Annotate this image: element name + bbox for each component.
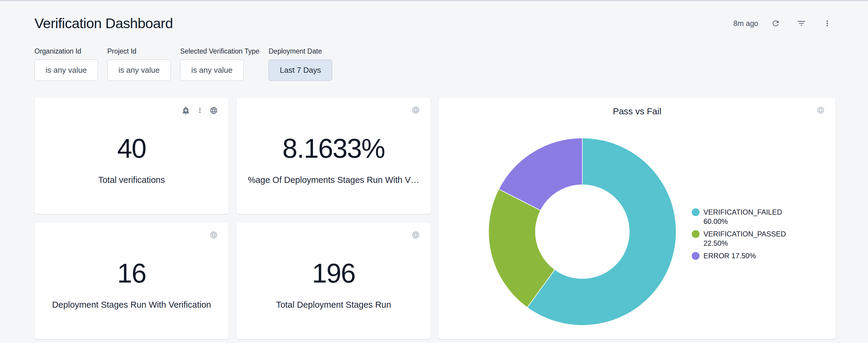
legend-swatch	[692, 230, 700, 238]
kpi-label: Total verifications	[98, 175, 165, 185]
filter-group-project-id: Project Id is any value	[107, 47, 171, 81]
filter-label: Project Id	[107, 47, 171, 55]
globe-icon	[210, 106, 218, 115]
kebab-icon	[196, 107, 204, 115]
kpi-label: %age Of Deployments Stages Run With V…	[248, 175, 419, 185]
add-alert-icon	[181, 106, 190, 116]
filter-value-organization-id[interactable]: is any value	[34, 60, 98, 81]
filter-group-organization-id: Organization Id is any value	[34, 47, 98, 81]
globe-icon	[411, 106, 420, 115]
tile-grid: 40 Total verifications 8.1633% %age Of D…	[34, 98, 836, 339]
globe-button[interactable]	[210, 106, 218, 115]
refresh-button[interactable]	[767, 15, 784, 32]
kebab-icon	[823, 19, 832, 28]
kpi-label: Total Deployment Stages Run	[276, 300, 391, 310]
tile-hover-actions	[816, 106, 825, 115]
last-refreshed-text: 8m ago	[734, 19, 758, 28]
filter-label: Deployment Date	[269, 47, 332, 55]
globe-icon	[210, 231, 218, 240]
kpi-card-stages-run-with-verification: 16 Deployment Stages Run With Verificati…	[34, 223, 229, 339]
kpi-card-total-verifications: 40 Total verifications	[34, 98, 229, 214]
filter-value-selected-verification-type[interactable]: is any value	[180, 60, 244, 81]
kpi-card-percent-stages-with-verification: 8.1633% %age Of Deployments Stages Run W…	[237, 98, 431, 214]
filter-group-deployment-date: Deployment Date Last 7 Days	[269, 47, 332, 81]
chart-title: Pass vs Fail	[438, 106, 836, 116]
legend-swatch	[692, 208, 700, 216]
filter-icon	[797, 19, 806, 28]
globe-button[interactable]	[411, 106, 420, 115]
tile-actions-button[interactable]	[196, 107, 204, 115]
top-border	[0, 0, 868, 1]
globe-button[interactable]	[210, 231, 218, 240]
tile-hover-actions	[411, 106, 420, 115]
chart-legend: VERIFICATION_FAILED 60.00% VERIFICATION_…	[692, 207, 779, 264]
kpi-value: 40	[117, 135, 146, 162]
globe-icon	[411, 231, 420, 240]
add-alert-button[interactable]	[181, 106, 190, 116]
page-title: Verification Dashboard	[34, 16, 173, 31]
refresh-icon	[771, 19, 780, 28]
filter-group-selected-verification-type: Selected Verification Type is any value	[180, 47, 259, 81]
filter-label: Selected Verification Type	[180, 47, 259, 55]
legend-item-error: ERROR 17.50%	[692, 251, 779, 261]
kpi-value: 16	[117, 260, 146, 287]
kpi-value: 8.1633%	[282, 135, 384, 162]
legend-item-verification-failed: VERIFICATION_FAILED 60.00%	[692, 207, 779, 226]
globe-button[interactable]	[816, 106, 825, 115]
globe-button[interactable]	[411, 231, 420, 240]
filter-label: Organization Id	[34, 47, 98, 55]
tile-hover-actions	[411, 231, 420, 240]
legend-label: VERIFICATION_FAILED 60.00%	[704, 207, 782, 226]
filter-bar: Organization Id is any value Project Id …	[34, 47, 836, 81]
dashboard-page: Verification Dashboard 8m ago Orga	[0, 16, 868, 339]
dashboard-actions-button[interactable]	[819, 15, 836, 32]
legend-label: VERIFICATION_PASSED 22.50%	[704, 229, 786, 248]
kpi-card-total-deployment-stages-run: 196 Total Deployment Stages Run	[237, 223, 431, 339]
header-controls: 8m ago	[734, 15, 836, 32]
chart-card-pass-vs-fail: Pass vs Fail VERIFICATION_FAILED 60.00%	[438, 98, 836, 339]
tile-hover-actions	[181, 106, 218, 116]
kpi-label: Deployment Stages Run With Verification	[52, 300, 211, 310]
donut-chart[interactable]	[487, 136, 678, 327]
filter-value-deployment-date[interactable]: Last 7 Days	[269, 60, 332, 81]
legend-item-verification-passed: VERIFICATION_PASSED 22.50%	[692, 229, 779, 248]
kpi-value: 196	[312, 260, 355, 287]
tile-hover-actions	[210, 231, 218, 240]
filters-toggle-button[interactable]	[793, 15, 810, 32]
dashboard-header: Verification Dashboard 8m ago	[34, 16, 836, 31]
filter-value-project-id[interactable]: is any value	[107, 60, 171, 81]
legend-label: ERROR 17.50%	[704, 251, 756, 261]
legend-swatch	[692, 252, 700, 260]
globe-icon	[816, 106, 825, 115]
